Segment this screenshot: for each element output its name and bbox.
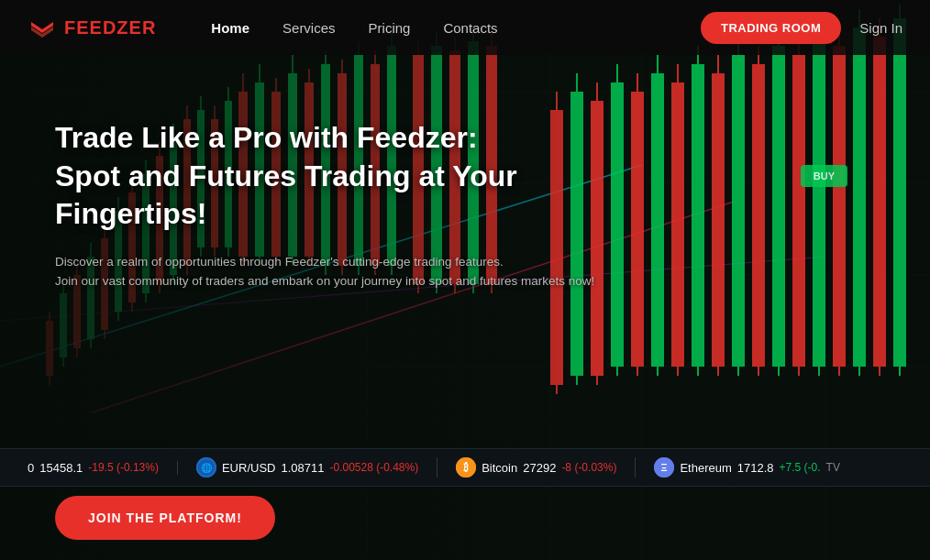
svg-text:🌐: 🌐 <box>201 462 213 474</box>
nav-pricing[interactable]: Pricing <box>369 20 411 36</box>
ticker-btc-name: Bitcoin <box>482 461 517 475</box>
signin-link[interactable]: Sign In <box>859 20 902 36</box>
eth-icon: Ξ <box>654 457 674 478</box>
btc-icon: ₿ <box>456 457 476 478</box>
logo-text: FEEDZER <box>64 17 156 38</box>
nav-contacts[interactable]: Contacts <box>443 20 497 36</box>
ticker-eurusd: 🌐 EUR/USD 1.08711 -0.00528 (-0.48%) <box>178 457 437 478</box>
svg-text:Ξ: Ξ <box>661 462 668 473</box>
ticker-btc: ₿ Bitcoin 27292 -8 (-0.03%) <box>437 457 636 478</box>
ticker-btc-price: 27292 <box>523 461 556 475</box>
ticker-bar: 0 15458.1 -19.5 (-0.13%) 🌐 EUR/USD 1.087… <box>0 448 930 487</box>
nav-right: TRADING ROOM Sign In <box>701 12 902 44</box>
ticker-dow: 0 15458.1 -19.5 (-0.13%) <box>9 461 178 475</box>
ticker-eurusd-name: EUR/USD <box>222 461 276 475</box>
logo-icon <box>28 16 57 38</box>
svg-text:₿: ₿ <box>463 462 469 473</box>
logo[interactable]: FEEDZER <box>28 16 156 38</box>
ticker-eth-price: 1712.8 <box>737 461 774 475</box>
navbar: FEEDZER Home Services Pricing Contacts T… <box>0 0 930 55</box>
hero-content: Trade Like a Pro with Feedzer:Spot and F… <box>55 119 624 319</box>
ticker-dow-prefix: 0 <box>28 461 34 475</box>
ticker-eurusd-price: 1.08711 <box>281 461 324 475</box>
ticker-dow-change: -19.5 (-0.13%) <box>88 461 159 474</box>
nav-home[interactable]: Home <box>211 20 249 36</box>
hero-title: Trade Like a Pro with Feedzer:Spot and F… <box>55 119 624 234</box>
eurusd-icon: 🌐 <box>196 457 216 478</box>
ticker-btc-change: -8 (-0.03%) <box>561 461 616 474</box>
nav-services[interactable]: Services <box>282 20 336 36</box>
ticker-eth: Ξ Ethereum 1712.8 +7.5 (-0. TV <box>636 457 858 478</box>
nav-links: Home Services Pricing Contacts <box>211 20 701 36</box>
ticker-tv-icon: TV <box>826 461 840 474</box>
hero-subtitle: Discover a realm of opportunities throug… <box>55 252 624 291</box>
ticker-eurusd-change: -0.00528 (-0.48%) <box>329 461 418 474</box>
ticker-dow-price: 15458.1 <box>39 461 83 475</box>
ticker-eth-change: +7.5 (-0. <box>780 461 821 474</box>
ticker-eth-name: Ethereum <box>680 461 731 475</box>
join-platform-button[interactable]: JOIN THE PLATFORM! <box>55 496 275 540</box>
chart-buy-button: BUY <box>801 165 847 187</box>
trading-room-button[interactable]: TRADING ROOM <box>701 12 841 44</box>
